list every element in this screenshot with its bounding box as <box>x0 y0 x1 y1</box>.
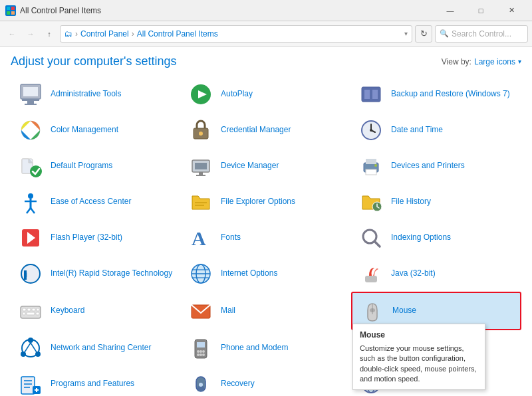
item-icon-admin-tools <box>17 81 44 108</box>
svg-rect-71 <box>197 342 205 347</box>
svg-point-73 <box>200 350 202 353</box>
svg-rect-88 <box>198 386 204 391</box>
back-button[interactable]: ← <box>4 26 20 42</box>
item-icon-device-manager <box>188 153 214 179</box>
grid-item-fonts[interactable]: AFonts <box>181 220 351 256</box>
view-by: View by: Large icons ▾ <box>442 57 521 66</box>
grid-item-flash-player[interactable]: Flash Player (32-bit) <box>11 220 181 256</box>
item-icon-devices-printers <box>358 153 384 179</box>
view-by-arrow[interactable]: ▾ <box>518 58 521 65</box>
grid-item-default-programs[interactable]: Default Programs <box>11 148 181 184</box>
minimize-button[interactable]: — <box>435 0 466 21</box>
refresh-button[interactable]: ↻ <box>415 25 432 43</box>
grid-item-java[interactable]: Java (32-bit) <box>351 256 521 292</box>
item-icon-mail <box>188 298 214 324</box>
search-box[interactable]: 🔍 Search Control... <box>435 25 528 43</box>
address-bar[interactable]: 🗂 › Control Panel › All Control Panel It… <box>60 25 412 43</box>
item-icon-internet-options <box>188 260 214 287</box>
item-label-file-history: File History <box>391 197 431 207</box>
item-label-default-programs: Default Programs <box>51 161 112 171</box>
maximize-button[interactable]: □ <box>466 0 496 21</box>
svg-rect-58 <box>23 312 25 315</box>
titlebar: All Control Panel Items — □ ✕ <box>0 0 532 21</box>
svg-point-77 <box>202 353 205 356</box>
item-icon-keyboard <box>17 298 44 324</box>
up-button[interactable]: ↑ <box>41 26 57 42</box>
grid-item-color-management[interactable]: Color Management <box>11 112 181 148</box>
breadcrumb: 🗂 › Control Panel › All Control Panel It… <box>65 29 218 39</box>
breadcrumb-all-items[interactable]: All Control Panel Items <box>137 29 218 39</box>
grid-item-intel-rapid[interactable]: iIntel(R) Rapid Storage Technology <box>11 256 181 292</box>
grid-item-mouse[interactable]: MouseMouseCustomize your mouse settings,… <box>351 292 521 330</box>
page-title: Adjust your computer's settings <box>11 54 177 68</box>
item-label-mail: Mail <box>221 306 235 316</box>
items-grid: Administrative ToolsAutoPlayBackup and R… <box>11 76 521 396</box>
content-header: Adjust your computer's settings View by:… <box>11 54 521 68</box>
address-dropdown[interactable]: ▾ <box>404 30 408 37</box>
svg-point-30 <box>374 164 377 167</box>
item-icon-ease-of-access <box>17 189 44 215</box>
item-icon-intel-rapid: i <box>17 260 44 287</box>
search-icon: 🔍 <box>440 29 449 38</box>
item-label-phone-modem: Phone and Modem <box>221 343 288 353</box>
svg-line-34 <box>27 208 31 213</box>
svg-point-63 <box>370 308 375 312</box>
grid-item-indexing[interactable]: Indexing Options <box>351 220 521 256</box>
svg-rect-37 <box>195 205 204 206</box>
grid-item-file-history[interactable]: File History <box>351 184 521 220</box>
grid-item-file-explorer[interactable]: File Explorer Options <box>181 184 351 220</box>
item-icon-date-time <box>358 117 384 144</box>
grid-item-device-manager[interactable]: Device Manager <box>181 148 351 184</box>
svg-point-75 <box>197 353 200 356</box>
item-icon-default-programs <box>17 153 44 179</box>
grid-item-admin-tools[interactable]: Administrative Tools <box>11 76 181 112</box>
grid-item-programs-features[interactable]: Programs and Features <box>11 366 181 396</box>
svg-point-89 <box>199 383 203 387</box>
grid-item-mail[interactable]: Mail <box>181 292 351 330</box>
svg-rect-57 <box>37 308 39 311</box>
svg-rect-13 <box>372 90 378 99</box>
item-label-backup-restore: Backup and Restore (Windows 7) <box>391 89 510 100</box>
main-content: Adjust your computer's settings View by:… <box>0 47 532 396</box>
grid-item-network-sharing[interactable]: Network and Sharing Center <box>11 330 181 366</box>
svg-rect-5 <box>23 87 38 96</box>
titlebar-title: All Control Panel Items <box>20 6 435 15</box>
titlebar-controls: — □ ✕ <box>435 0 527 21</box>
item-label-credential-manager: Credential Manager <box>221 125 291 136</box>
item-label-network-sharing: Network and Sharing Center <box>51 343 151 353</box>
svg-rect-28 <box>366 159 376 164</box>
grid-item-credential-manager[interactable]: Credential Manager <box>181 112 351 148</box>
item-label-intel-rapid: Intel(R) Rapid Storage Technology <box>51 268 172 279</box>
grid-item-devices-printers[interactable]: Devices and Printers <box>351 148 521 184</box>
grid-item-ease-of-access[interactable]: Ease of Access Center <box>11 184 181 220</box>
grid-item-recovery[interactable]: Recovery <box>181 366 351 396</box>
svg-rect-56 <box>32 308 35 311</box>
grid-item-autoplay[interactable]: AutoPlay <box>181 76 351 112</box>
svg-point-76 <box>200 353 202 356</box>
item-icon-credential-manager <box>188 117 214 144</box>
item-icon-recovery <box>188 371 214 396</box>
svg-rect-60 <box>36 312 39 315</box>
svg-rect-3 <box>11 11 15 15</box>
item-label-date-time: Date and Time <box>391 125 443 136</box>
forward-button[interactable]: → <box>23 26 39 42</box>
grid-item-date-time[interactable]: Date and Time <box>351 112 521 148</box>
grid-item-phone-modem[interactable]: Phone and Modem <box>181 330 351 366</box>
item-icon-file-history <box>358 189 384 215</box>
svg-text:A: A <box>192 227 206 249</box>
item-label-programs-features: Programs and Features <box>51 379 134 389</box>
item-label-recovery: Recovery <box>221 379 255 389</box>
close-button[interactable]: ✕ <box>496 0 527 21</box>
grid-item-backup-restore[interactable]: Backup and Restore (Windows 7) <box>351 76 521 112</box>
breadcrumb-control-panel[interactable]: Control Panel <box>80 29 129 39</box>
grid-item-internet-options[interactable]: Internet Options <box>181 256 351 292</box>
breadcrumb-icon: 🗂 <box>65 29 72 39</box>
grid-item-keyboard[interactable]: Keyboard <box>11 292 181 330</box>
mouse-tooltip: MouseCustomize your mouse settings, such… <box>352 324 485 390</box>
svg-line-43 <box>374 241 380 247</box>
item-label-java: Java (32-bit) <box>391 268 436 279</box>
item-icon-fonts: A <box>188 225 214 251</box>
item-label-autoplay: AutoPlay <box>221 89 253 100</box>
svg-rect-8 <box>25 104 37 105</box>
view-by-value[interactable]: Large icons <box>474 57 515 66</box>
